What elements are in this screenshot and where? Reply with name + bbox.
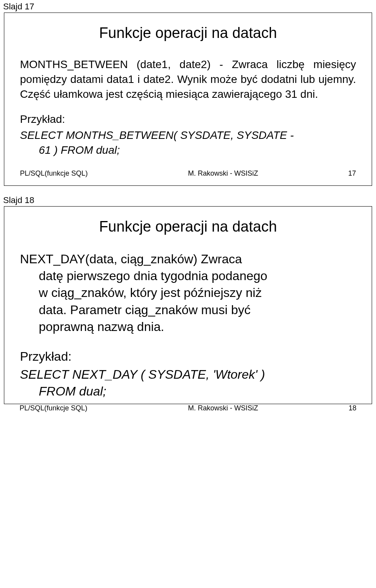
footer-page-number: 17	[322, 169, 356, 178]
code-line-2: FROM dual;	[20, 383, 356, 400]
code-line-1: SELECT MONTHS_BETWEEN( SYSDATE, SYSDATE …	[20, 129, 294, 141]
footer-page-number: 18	[323, 404, 356, 412]
code-line-2: 61 ) FROM dual;	[20, 143, 356, 158]
slide-17-body: MONTHS_BETWEEN (date1, date2) - Zwraca l…	[20, 57, 356, 101]
footer-mid: M. Rakowski - WSISiZ	[188, 169, 322, 178]
body-line-1: NEXT_DAY(data, ciąg_znaków) Zwraca	[20, 252, 242, 266]
body-line-5: poprawną nazwą dnia.	[20, 318, 356, 335]
footer-left: PL/SQL(funkcje SQL)	[20, 169, 188, 178]
footer-mid: M. Rakowski - WSISiZ	[188, 404, 323, 412]
body-line-2: datę pierwszego dnia tygodnia podanego	[20, 268, 356, 284]
slide-18-body: NEXT_DAY(data, ciąg_znaków) Zwraca datę …	[20, 251, 356, 335]
slide-18-example-code: SELECT NEXT_DAY ( SYSDATE, 'Wtorek' ) FR…	[20, 366, 356, 400]
slide-17-footer: PL/SQL(funkcje SQL) M. Rakowski - WSISiZ…	[20, 169, 356, 178]
slide-18-box: Funkcje operacji na datach NEXT_DAY(data…	[4, 206, 372, 404]
slide-17-example-label: Przykład:	[20, 113, 356, 126]
slide-label-18: Slajd 18	[0, 194, 376, 206]
slide-18-example-label: Przykład:	[20, 349, 356, 364]
slide-label-17: Slajd 17	[0, 0, 376, 13]
slide-17-title: Funkcje operacji na datach	[20, 25, 356, 41]
body-line-3: w ciąg_znaków, który jest późniejszy niż	[20, 284, 356, 301]
slide-18-title: Funkcje operacji na datach	[20, 218, 356, 235]
footer-left: PL/SQL(funkcje SQL)	[20, 404, 188, 412]
slide-17-box: Funkcje operacji na datach MONTHS_BETWEE…	[4, 13, 372, 186]
body-line-4: data. Parametr ciąg_znaków musi być	[20, 302, 356, 318]
slide-18-footer: PL/SQL(funkcje SQL) M. Rakowski - WSISiZ…	[0, 404, 376, 415]
slide-17-example-code: SELECT MONTHS_BETWEEN( SYSDATE, SYSDATE …	[20, 128, 356, 158]
code-line-1: SELECT NEXT_DAY ( SYSDATE, 'Wtorek' )	[20, 367, 265, 381]
